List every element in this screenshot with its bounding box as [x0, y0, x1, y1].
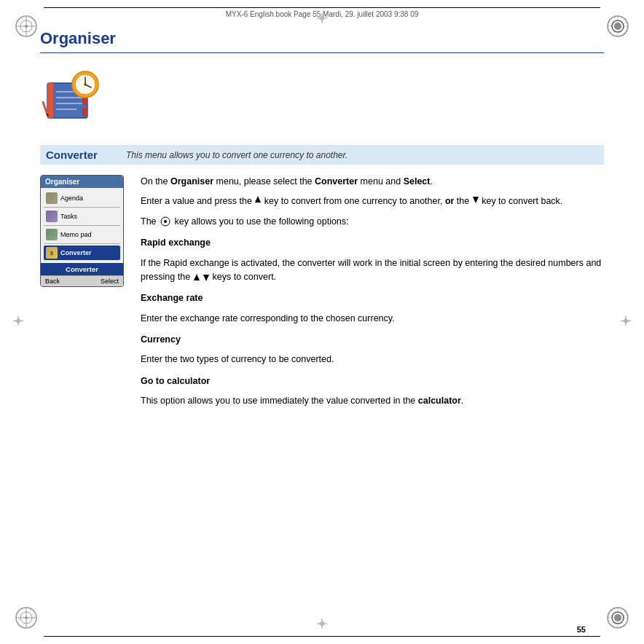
the-key-word: The: [141, 216, 157, 227]
phone-menu-text-converter: Converter: [60, 249, 92, 256]
header-line: [44, 7, 600, 8]
svg-point-47: [85, 84, 87, 86]
arrow-up-icon-2: [193, 273, 200, 282]
svg-marker-51: [473, 197, 479, 203]
phone-screen: Organiser Agenda Tasks: [40, 175, 124, 287]
phone-menu-icon-2: [46, 211, 58, 222]
intro-paragraph: On the Organiser menu, please select the…: [141, 175, 604, 189]
svg-rect-35: [47, 83, 53, 118]
rapid-exchange-text: If the Rapid exchange is activated, the …: [141, 256, 604, 285]
svg-marker-54: [194, 274, 200, 280]
exchange-rate-text: Enter the exchange rate corresponding to…: [141, 312, 604, 326]
svg-rect-42: [82, 108, 87, 117]
phone-divider-2: [44, 225, 120, 226]
phone-menu-item-2: Tasks: [44, 209, 120, 224]
corner-decoration-bl: [13, 605, 39, 631]
menu-key-icon: [160, 216, 170, 227]
right-crosshair: [621, 316, 631, 329]
phone-divider-3: [44, 243, 120, 244]
page-number: 55: [577, 625, 586, 634]
phone-converter-label: Converter: [41, 263, 123, 275]
phone-menu-text-2: Tasks: [60, 213, 77, 220]
phone-back-button[interactable]: Back: [45, 278, 60, 285]
arrow-down-icon: [472, 195, 479, 204]
arrow-up-icon: [254, 195, 262, 204]
header-text: MYX-6 English.book Page 55 Mardi, 29. ju…: [226, 10, 419, 18]
phone-menu-text-1: Agenda: [60, 195, 83, 202]
phone-menu-item-converter: $ Converter: [44, 246, 120, 260]
corner-decoration-br: [605, 605, 631, 631]
currency-text: Enter the two types of currency to be co…: [141, 353, 604, 366]
section-title: Organiser: [40, 29, 604, 53]
phone-divider-1: [44, 207, 120, 208]
phone-mockup: Organiser Agenda Tasks: [40, 175, 127, 287]
converter-header-row: Converter This menu allows you to conver…: [40, 145, 604, 165]
page-header: MYX-6 English.book Page 55 Mardi, 29. ju…: [0, 10, 644, 18]
arrow-down-icon-2: [203, 273, 210, 282]
svg-marker-50: [255, 196, 261, 203]
two-column-layout: Organiser Agenda Tasks: [40, 175, 604, 415]
svg-point-15: [25, 616, 28, 619]
main-content: Organiser: [40, 29, 604, 615]
go-to-calc-heading: Go to calculator: [141, 374, 604, 388]
phone-menu-icon-converter: $: [46, 247, 58, 259]
bottom-crosshair: [317, 619, 327, 631]
icon-area: [40, 65, 604, 130]
exchange-rate-heading: Exchange rate: [141, 291, 604, 305]
phone-body: Agenda Tasks Memo pad: [41, 188, 123, 263]
phone-menu-icon-3: [46, 229, 58, 240]
converter-description: This menu allows you to convert one curr…: [126, 150, 347, 160]
phone-bottom-bar: Back Select: [41, 275, 123, 286]
currency-heading: Currency: [141, 333, 604, 347]
phone-select-button[interactable]: Select: [101, 278, 119, 285]
phone-menu-icon-1: [46, 192, 58, 204]
organiser-icon: [40, 68, 106, 127]
body-text-content: On the Organiser menu, please select the…: [141, 175, 604, 415]
rapid-exchange-heading: Rapid exchange: [141, 236, 604, 250]
phone-menu-text-3: Memo pad: [60, 231, 92, 238]
svg-point-4: [25, 25, 28, 28]
phone-title-bar: Organiser: [41, 176, 123, 188]
phone-menu-item-3: Memo pad: [44, 227, 120, 242]
go-to-calc-text: This option allows you to use immediatel…: [141, 394, 604, 408]
left-crosshair: [13, 316, 23, 329]
enter-value-paragraph: Enter a value and press the key to conve…: [141, 195, 604, 208]
svg-marker-55: [203, 275, 209, 281]
converter-label: Converter: [46, 149, 111, 161]
phone-menu-item-1: Agenda: [44, 191, 120, 205]
footer-line: [44, 636, 600, 637]
the-key-paragraph: The key allows you to use the following …: [141, 215, 604, 229]
svg-point-53: [164, 220, 167, 223]
